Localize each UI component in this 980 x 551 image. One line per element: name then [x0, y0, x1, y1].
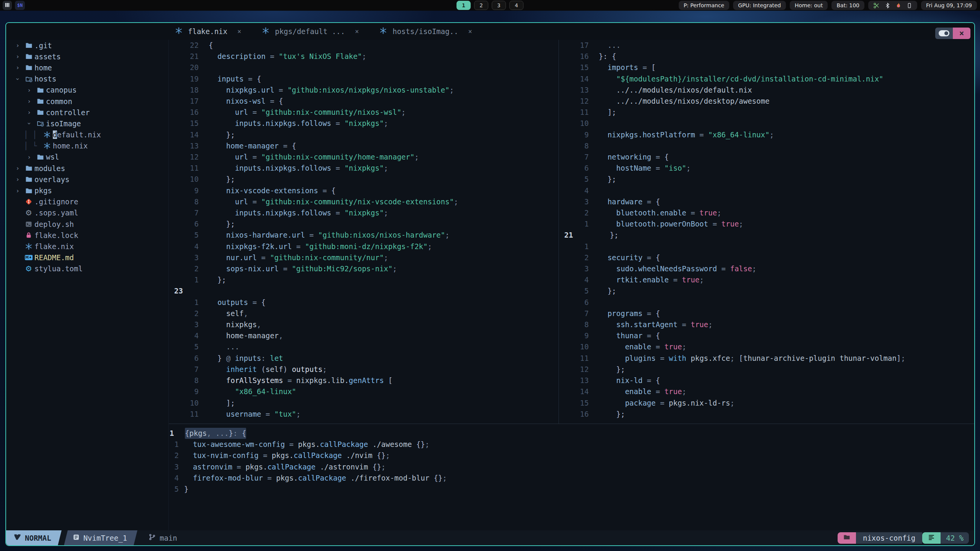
workspace-app-button[interactable]: $N: [15, 1, 25, 10]
code-text: };: [599, 285, 616, 297]
flame-icon[interactable]: [895, 2, 902, 8]
tree-item-wsl[interactable]: ›wsl: [6, 152, 169, 163]
tree-item-deploy.sh[interactable]: deploy.sh: [6, 218, 169, 230]
code-line: 6 hostName = "iso";: [559, 163, 974, 174]
line-number: 2: [169, 263, 204, 274]
code-text: sudo.wheelNeedsPassword = false;: [599, 263, 756, 274]
workspace-button-3[interactable]: 3: [492, 1, 506, 10]
code-text: };: [209, 218, 235, 230]
tree-item-common[interactable]: ›common: [6, 96, 169, 107]
code-text: self,: [209, 308, 248, 319]
code-text: tux-awesome-wm-config = pkgs.callPackage…: [184, 439, 430, 450]
line-number: 3: [169, 252, 204, 263]
code-line: 15 package = pkgs.nix-ld-rs;: [559, 398, 974, 409]
line-number: 12: [169, 152, 204, 163]
chevron-closed-icon[interactable]: ›: [12, 176, 23, 183]
window-toggle-button[interactable]: [935, 28, 953, 39]
scissors-icon[interactable]: [873, 2, 880, 9]
tree-item-label: overlays: [34, 175, 70, 184]
code-line: 10 enable = true;: [559, 341, 974, 352]
code-text: ../../modules/nixos/desktop/awesome: [599, 96, 769, 107]
line-number: 7: [169, 207, 204, 218]
chevron-closed-icon[interactable]: ›: [24, 153, 34, 161]
system-status-pills: P: PerformanceGPU: IntegratedHome: outBa…: [679, 1, 864, 10]
line-number: 8: [559, 140, 594, 152]
tree-item-overlays[interactable]: ›overlays: [6, 174, 169, 185]
code-text: inputs.nixpkgs.follows = "nixpkgs";: [209, 118, 388, 129]
tree-item-stylua.toml[interactable]: ⚙stylua.toml: [6, 263, 169, 274]
tab-close-icon[interactable]: ×: [355, 28, 359, 35]
git-branch-indicator: main: [149, 533, 177, 542]
chevron-closed-icon[interactable]: ›: [12, 165, 23, 172]
tab-close-icon[interactable]: ×: [468, 28, 472, 35]
tree-item-default.nix[interactable]: │ │ default.nix: [6, 129, 169, 140]
tree-item-.git[interactable]: ›.git: [6, 40, 169, 51]
tree-item-assets[interactable]: ›assets: [6, 51, 169, 62]
tree-item-modules[interactable]: ›modules: [6, 163, 169, 174]
editor-pane-iso-default-nix[interactable]: 17 ...16}: {15 imports = [14 "${modulesP…: [559, 40, 974, 424]
code-line: 1 outputs = {: [169, 297, 559, 308]
tree-item-home.nix[interactable]: │ └ home.nix: [6, 140, 169, 152]
line-number: 17: [169, 96, 204, 107]
line-number: 11: [169, 163, 204, 174]
tree-item-canopus[interactable]: ›canopus: [6, 85, 169, 96]
file-tree-panel[interactable]: ›.git›assets›home›hosts›canopus›common›c…: [6, 40, 169, 530]
tree-item-.gitignore[interactable]: .gitignore: [6, 196, 169, 207]
workspace-button-1[interactable]: 1: [457, 1, 471, 10]
tab-flake-nix[interactable]: flake.nix×: [175, 27, 241, 36]
tab-close-icon[interactable]: ×: [237, 28, 241, 35]
code-text: nur.url = "github:nix-community/nur";: [209, 252, 388, 263]
editor-pane-pkgs-default-nix[interactable]: 1{pkgs, ...}: {1 tux-awesome-wm-config =…: [169, 424, 974, 534]
chevron-closed-icon[interactable]: ›: [12, 42, 23, 49]
tree-item-isoImage[interactable]: ›isoImage: [6, 118, 169, 129]
tree-item-home[interactable]: ›home: [6, 62, 169, 73]
chevron-closed-icon[interactable]: ›: [24, 109, 34, 116]
tree-item-flake.nix[interactable]: flake.nix: [6, 241, 169, 252]
app-launcher-button[interactable]: [3, 1, 12, 10]
line-number: 9: [559, 330, 594, 341]
nix-icon: [41, 131, 53, 139]
code-line: 1 bluetooth.powerOnBoot = true;: [559, 218, 974, 230]
line-number: 5: [169, 341, 204, 352]
phone-icon[interactable]: [906, 3, 912, 8]
code-text: };: [599, 364, 625, 375]
tab-hosts-isoImag-[interactable]: hosts/isoImag..×: [379, 27, 472, 36]
chevron-closed-icon[interactable]: ›: [24, 98, 34, 105]
editor-pane-flake-nix[interactable]: 22{21 description = "tux's NixOS Flake";…: [169, 40, 559, 424]
chevron-open-icon[interactable]: ›: [26, 118, 33, 129]
nix-icon: [23, 243, 34, 250]
folder-icon: [34, 153, 46, 161]
buffer-label: NvimTree_1: [83, 534, 127, 542]
chevron-closed-icon[interactable]: ›: [12, 64, 23, 71]
tree-item-README.md[interactable]: README.md: [6, 252, 169, 263]
line-number: 7: [559, 152, 594, 163]
tree-item-label: .sops.yaml: [34, 209, 78, 217]
markdown-icon: [23, 253, 34, 262]
code-text: firefox-mod-blur = pkgs.callPackage ./fi…: [184, 473, 447, 484]
line-number: 16: [559, 409, 594, 420]
workspace-button-2[interactable]: 2: [474, 1, 488, 10]
tree-item-label: controller: [46, 108, 90, 117]
code-text: nixos-wsl = {: [209, 96, 283, 107]
mode-indicator: NORMAL: [6, 530, 61, 545]
chevron-closed-icon[interactable]: ›: [12, 187, 23, 194]
code-text: };: [209, 274, 226, 285]
tree-item-.sops.yaml[interactable]: ⚙.sops.yaml: [6, 207, 169, 218]
bluetooth-icon[interactable]: [885, 3, 890, 8]
scroll-percent: 42 %: [941, 532, 969, 544]
tree-item-controller[interactable]: ›controller: [6, 107, 169, 118]
workspace-button-4[interactable]: 4: [510, 1, 524, 10]
code-text: bluetooth.powerOnBoot = true;: [599, 218, 743, 230]
window-close-button[interactable]: ×: [953, 28, 970, 39]
chevron-open-icon[interactable]: ›: [14, 73, 21, 84]
tree-item-pkgs[interactable]: ›pkgs: [6, 185, 169, 196]
chevron-closed-icon[interactable]: ›: [24, 86, 34, 94]
tree-item-flake.lock[interactable]: flake.lock: [6, 230, 169, 241]
tree-item-label: .gitignore: [34, 197, 78, 206]
tree-item-hosts[interactable]: ›hosts: [6, 73, 169, 85]
tab-pkgs-default-[interactable]: pkgs/default ...×: [262, 27, 359, 36]
chevron-closed-icon[interactable]: ›: [12, 53, 23, 60]
mode-label: NORMAL: [25, 534, 51, 542]
line-number: 5: [559, 285, 594, 297]
code-text: ];: [209, 398, 235, 409]
